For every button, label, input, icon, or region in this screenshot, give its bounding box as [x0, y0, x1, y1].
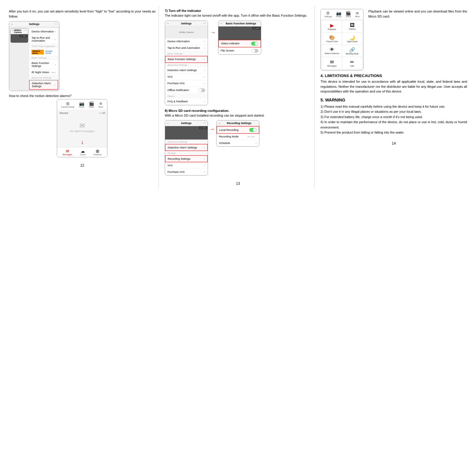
s7-arrow: → [210, 21, 216, 36]
pg-binding: 🔗 Binding Mode [342, 45, 362, 57]
bfs-phone-step7: ← Basic Function Settings 13 KB/S Status… [218, 21, 261, 55]
google-logo: Google Home [46, 50, 56, 54]
s7-bfs-item: Basic Function Settings› [165, 56, 208, 63]
pi-gear: ⚙ Settings [324, 11, 332, 18]
bfs-video-badge: 13 KB/S [253, 27, 260, 29]
s7-detection-label: Detection Alarm Settings [167, 69, 197, 72]
step8-back-icon: ← [167, 122, 170, 125]
step8-phones-row: ← Settings ⋯ 13 KB/S Advanced Settings D… [165, 120, 311, 176]
red-arrow-right-s8: → [209, 126, 215, 132]
tap-run-label: Tap-to-Run and Automation [32, 36, 55, 42]
step8-settings-title: Settings [181, 122, 192, 125]
warning-1: 1) Please read this manual carefully bef… [320, 104, 467, 109]
step8-vas: VAS› [165, 162, 208, 169]
recent-label: Recent [60, 112, 68, 115]
check-motion-label: How to check the motion detection alarms… [9, 94, 156, 98]
page-num-13: 13 [165, 181, 311, 186]
amazon-logo: amazon alexa [32, 50, 44, 54]
step7-hdmini-label: HDMini Camera [179, 31, 194, 33]
menu-tap-run: Tap-to-Run and Automation › [29, 35, 58, 44]
warning-2: 2) Don't use it in any illegal places or… [320, 109, 467, 115]
basic-function-label: Basic Function Settings [32, 62, 55, 68]
messages-nav-label: Messages [63, 154, 72, 156]
limitations-text: This device is intended for use in accor… [320, 79, 467, 94]
menu-detection-alarm: Detection Alarm Settings › [29, 80, 58, 90]
step8-purchase-vas: Purchase VAS› [165, 169, 208, 175]
red-arrow-right-s7: → [210, 29, 216, 36]
all-label: All [102, 112, 105, 115]
pi-video: 🎬 Video [346, 11, 351, 18]
rec-title: Recording Settings [227, 122, 251, 125]
s7-faq-label: FAQ & Feedback [167, 100, 188, 103]
step8-video-area: 13 KB/S [165, 126, 208, 140]
menu-ir-night: IR Night Vision Auto [29, 69, 58, 76]
pg-playback-label: Playback [323, 28, 341, 30]
rec-local: Local Recording [217, 126, 259, 134]
third-party-label: Third Party Supported [29, 44, 58, 48]
step7-settings-title: Settings [181, 22, 192, 25]
step8-text: With a Micro SD card installed recording… [165, 113, 311, 118]
pi-photo: 📷 Photo [336, 11, 342, 18]
back-icon-s7: ← [167, 22, 170, 25]
rec-local-label: Local Recording [219, 129, 239, 131]
more-icon-s7: ⋯ [203, 22, 206, 25]
pg-night-label: Night Mode [343, 40, 361, 43]
third-party-row: amazon alexa Google Home [29, 48, 58, 56]
video-badge-inner: 13 KB/S [20, 35, 27, 37]
playback-phone: ⚙ Settings 📷 Photo 🎬 Video ≋ More [320, 9, 364, 71]
pg-edit-label: Edit [343, 65, 361, 67]
ir-auto-val: Auto [51, 71, 56, 73]
nav-features: ⊞ Features [93, 149, 102, 156]
settings-alarm-row: ← Settings ⋯ ←HDMini Camera⋯ 13 KB/S [9, 21, 156, 91]
playback-text: Playback can be viewed online and you ca… [366, 9, 467, 19]
step8-detection-item: Detection Alarm Settings› [165, 144, 208, 151]
s7-bfs-label: Basic Function Settings [168, 58, 196, 61]
no-alarm-label: - No alarm messages - [57, 130, 107, 133]
bfs-flip-screen: Flip Screen [218, 47, 261, 54]
pg-messages: ✉ Messages [322, 57, 342, 69]
step8-vas-label: VAS [167, 164, 173, 167]
step8-recording-label: Recording Settings [168, 157, 190, 160]
msg-recent-row: Recent ☆ All [57, 110, 107, 116]
page-13-column: 7) Turn off the indicator The indicator … [162, 6, 315, 189]
s7-purchase-vas: Purchase VAS› [165, 80, 208, 87]
bfs-video-area: 13 KB/S [218, 26, 261, 40]
s7-device-info-label: Device Information [167, 40, 190, 43]
playback-grid: ▶ Playback 🖼 Gallery 🎨 Theme Color 🌙 Nig… [321, 19, 363, 70]
msg-phone-icons-row: ⊞ Camera Mode 📷 Photo 🎬 Video ≋ More [57, 99, 107, 110]
step7-title: 7) Turn off the indicator [165, 9, 311, 12]
bfs-status-label: Status Indicator [221, 42, 240, 45]
s7-vas: VAS› [165, 74, 208, 80]
back-arrow-icon: ← [11, 23, 14, 26]
step8-recording-item: Recording Settings› [165, 155, 208, 162]
s7-offline-label: Offline Notification [167, 89, 189, 92]
s7-purchase-label: Purchase VAS [167, 82, 185, 85]
s8-arrow: → [209, 120, 215, 132]
bfs-header: ← Basic Function Settings [218, 21, 261, 26]
s7-adv-lbl: Advanced Settings [165, 63, 208, 67]
no-msg-icon: ✉ [57, 122, 107, 130]
settings-title: Settings [29, 23, 40, 26]
rec-back-icon: ← [218, 122, 221, 125]
cloud-nav-label: Cloud [80, 154, 85, 156]
pg-gallery: 🖼 Gallery [342, 21, 362, 32]
more-icon: ⋯ [55, 23, 57, 26]
settings-phone-step8: ← Settings ⋯ 13 KB/S Advanced Settings D… [165, 120, 208, 176]
s7-device-info: Device Information› [165, 38, 208, 45]
page-12-column: After you turn it on, you can set alarm … [6, 6, 159, 189]
s7-detection: Detection Alarm Settings› [165, 67, 208, 74]
pg-theme-label: Theme Color [323, 40, 341, 43]
step8-purchase-label: Purchase VAS [167, 170, 185, 173]
detection-alarm-label: Detection Alarm Settings [32, 82, 54, 88]
step8-adv-lbl: Advanced Settings [165, 140, 208, 144]
step7-settings-header: ← Settings ⋯ [165, 21, 208, 26]
bfs-flip-toggle [251, 49, 259, 53]
intro-text: After you turn it on, you can set alarm … [9, 9, 156, 19]
settings-phone-step7: ← Settings ⋯ HDMini Camera Device Inform… [165, 21, 208, 105]
rec-mode-label: Recording Mode [219, 135, 239, 138]
device-info-label: Device Information [32, 30, 54, 33]
bfs-flip-label: Flip Screen [221, 49, 234, 52]
bfs-status-toggle [251, 42, 258, 46]
s7-others-lbl: Others [165, 94, 208, 98]
step8-more-icon: ⋯ [203, 122, 206, 125]
